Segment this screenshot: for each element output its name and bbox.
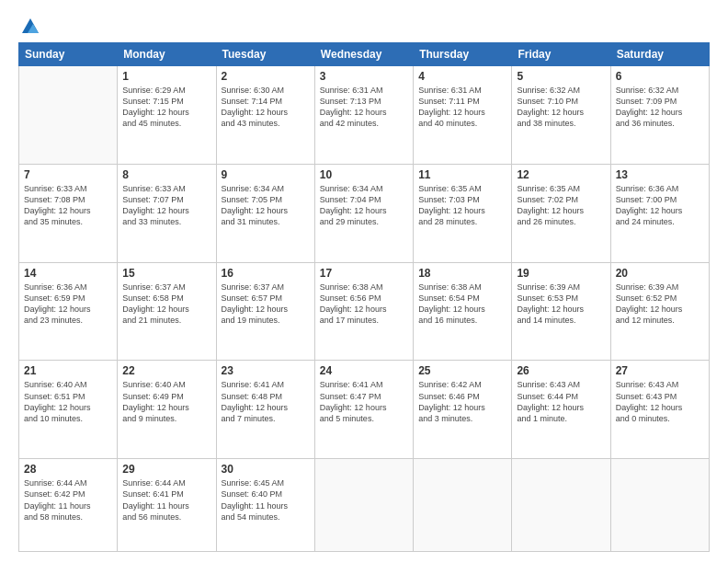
logo-icon [20,17,40,37]
calendar-cell: 23Sunrise: 6:41 AMSunset: 6:48 PMDayligh… [216,361,314,459]
day-info: Sunrise: 6:39 AMSunset: 6:52 PMDaylight:… [616,282,704,327]
calendar-cell: 7Sunrise: 6:33 AMSunset: 7:08 PMDaylight… [19,164,118,262]
day-number: 8 [122,168,210,181]
day-info: Sunrise: 6:43 AMSunset: 6:44 PMDaylight:… [517,379,605,424]
day-number: 17 [320,267,408,280]
day-info: Sunrise: 6:33 AMSunset: 7:08 PMDaylight:… [24,183,112,228]
calendar-cell: 22Sunrise: 6:40 AMSunset: 6:49 PMDayligh… [118,361,216,459]
day-info: Sunrise: 6:35 AMSunset: 7:03 PMDaylight:… [418,183,506,228]
day-number: 3 [320,70,408,83]
calendar-cell: 19Sunrise: 6:39 AMSunset: 6:53 PMDayligh… [512,262,610,361]
day-number: 21 [24,364,112,377]
calendar-cell: 4Sunrise: 6:31 AMSunset: 7:11 PMDaylight… [414,66,512,165]
day-info: Sunrise: 6:32 AMSunset: 7:10 PMDaylight:… [517,85,605,130]
day-number: 22 [122,364,210,377]
day-number: 16 [222,267,310,280]
calendar-cell: 14Sunrise: 6:36 AMSunset: 6:59 PMDayligh… [19,262,118,361]
day-number: 24 [320,364,408,377]
day-info: Sunrise: 6:40 AMSunset: 6:49 PMDaylight:… [122,379,210,424]
day-info: Sunrise: 6:43 AMSunset: 6:43 PMDaylight:… [616,379,704,424]
day-info: Sunrise: 6:36 AMSunset: 6:59 PMDaylight:… [24,282,112,327]
day-info: Sunrise: 6:39 AMSunset: 6:53 PMDaylight:… [517,282,605,327]
day-info: Sunrise: 6:40 AMSunset: 6:51 PMDaylight:… [24,379,112,424]
day-info: Sunrise: 6:38 AMSunset: 6:56 PMDaylight:… [320,282,408,327]
day-info: Sunrise: 6:45 AMSunset: 6:40 PMDaylight:… [222,477,310,523]
day-info: Sunrise: 6:30 AMSunset: 7:14 PMDaylight:… [222,85,310,130]
calendar-cell: 21Sunrise: 6:40 AMSunset: 6:51 PMDayligh… [19,361,118,459]
day-number: 6 [616,70,704,83]
day-info: Sunrise: 6:31 AMSunset: 7:11 PMDaylight:… [418,85,506,130]
logo [18,17,40,37]
calendar-cell [512,459,610,552]
day-info: Sunrise: 6:42 AMSunset: 6:46 PMDaylight:… [418,379,506,424]
calendar-cell [19,66,118,165]
header-thursday: Thursday [414,43,512,66]
calendar-cell: 3Sunrise: 6:31 AMSunset: 7:13 PMDaylight… [314,66,413,165]
weekday-header-row: Sunday Monday Tuesday Wednesday Thursday… [19,43,710,66]
day-info: Sunrise: 6:34 AMSunset: 7:04 PMDaylight:… [320,183,408,228]
day-number: 12 [517,168,605,181]
calendar-cell: 13Sunrise: 6:36 AMSunset: 7:00 PMDayligh… [610,164,709,262]
header-sunday: Sunday [19,43,118,66]
calendar-cell: 8Sunrise: 6:33 AMSunset: 7:07 PMDaylight… [118,164,216,262]
calendar-cell: 20Sunrise: 6:39 AMSunset: 6:52 PMDayligh… [610,262,709,361]
day-number: 2 [222,70,310,83]
day-number: 1 [122,70,210,83]
calendar-cell: 1Sunrise: 6:29 AMSunset: 7:15 PMDaylight… [118,66,216,165]
header-tuesday: Tuesday [216,43,314,66]
calendar-cell: 17Sunrise: 6:38 AMSunset: 6:56 PMDayligh… [314,262,413,361]
header-monday: Monday [118,43,216,66]
calendar-cell [314,459,413,552]
day-number: 13 [616,168,704,181]
calendar-cell: 30Sunrise: 6:45 AMSunset: 6:40 PMDayligh… [216,459,314,552]
day-info: Sunrise: 6:37 AMSunset: 6:57 PMDaylight:… [222,282,310,327]
header-saturday: Saturday [610,43,709,66]
header [18,17,710,37]
calendar-cell: 11Sunrise: 6:35 AMSunset: 7:03 PMDayligh… [414,164,512,262]
calendar-cell: 5Sunrise: 6:32 AMSunset: 7:10 PMDaylight… [512,66,610,165]
calendar-cell: 29Sunrise: 6:44 AMSunset: 6:41 PMDayligh… [118,459,216,552]
day-info: Sunrise: 6:37 AMSunset: 6:58 PMDaylight:… [122,282,210,327]
calendar-cell: 16Sunrise: 6:37 AMSunset: 6:57 PMDayligh… [216,262,314,361]
day-number: 14 [24,267,112,280]
day-number: 5 [517,70,605,83]
day-info: Sunrise: 6:31 AMSunset: 7:13 PMDaylight:… [320,85,408,130]
day-number: 28 [24,463,112,476]
calendar-cell: 28Sunrise: 6:44 AMSunset: 6:42 PMDayligh… [19,459,118,552]
calendar-cell: 9Sunrise: 6:34 AMSunset: 7:05 PMDaylight… [216,164,314,262]
day-number: 23 [222,364,310,377]
day-info: Sunrise: 6:38 AMSunset: 6:54 PMDaylight:… [418,282,506,327]
day-number: 15 [122,267,210,280]
day-info: Sunrise: 6:34 AMSunset: 7:05 PMDaylight:… [222,183,310,228]
calendar-cell [414,459,512,552]
day-info: Sunrise: 6:29 AMSunset: 7:15 PMDaylight:… [122,85,210,130]
day-number: 4 [418,70,506,83]
calendar-cell: 12Sunrise: 6:35 AMSunset: 7:02 PMDayligh… [512,164,610,262]
day-number: 25 [418,364,506,377]
day-number: 18 [418,267,506,280]
day-number: 19 [517,267,605,280]
day-number: 30 [222,463,310,476]
calendar-cell: 18Sunrise: 6:38 AMSunset: 6:54 PMDayligh… [414,262,512,361]
header-friday: Friday [512,43,610,66]
day-info: Sunrise: 6:44 AMSunset: 6:42 PMDaylight:… [24,477,112,523]
calendar-cell: 25Sunrise: 6:42 AMSunset: 6:46 PMDayligh… [414,361,512,459]
day-info: Sunrise: 6:33 AMSunset: 7:07 PMDaylight:… [122,183,210,228]
calendar-cell: 6Sunrise: 6:32 AMSunset: 7:09 PMDaylight… [610,66,709,165]
day-info: Sunrise: 6:32 AMSunset: 7:09 PMDaylight:… [616,85,704,130]
calendar-cell: 15Sunrise: 6:37 AMSunset: 6:58 PMDayligh… [118,262,216,361]
day-info: Sunrise: 6:41 AMSunset: 6:47 PMDaylight:… [320,379,408,424]
day-number: 26 [517,364,605,377]
day-info: Sunrise: 6:35 AMSunset: 7:02 PMDaylight:… [517,183,605,228]
page: Sunday Monday Tuesday Wednesday Thursday… [0,0,728,563]
calendar-cell: 26Sunrise: 6:43 AMSunset: 6:44 PMDayligh… [512,361,610,459]
day-info: Sunrise: 6:44 AMSunset: 6:41 PMDaylight:… [122,477,210,523]
day-number: 9 [222,168,310,181]
calendar-cell: 2Sunrise: 6:30 AMSunset: 7:14 PMDaylight… [216,66,314,165]
calendar-cell [610,459,709,552]
calendar-cell: 10Sunrise: 6:34 AMSunset: 7:04 PMDayligh… [314,164,413,262]
day-info: Sunrise: 6:36 AMSunset: 7:00 PMDaylight:… [616,183,704,228]
header-wednesday: Wednesday [314,43,413,66]
day-number: 10 [320,168,408,181]
day-number: 27 [616,364,704,377]
